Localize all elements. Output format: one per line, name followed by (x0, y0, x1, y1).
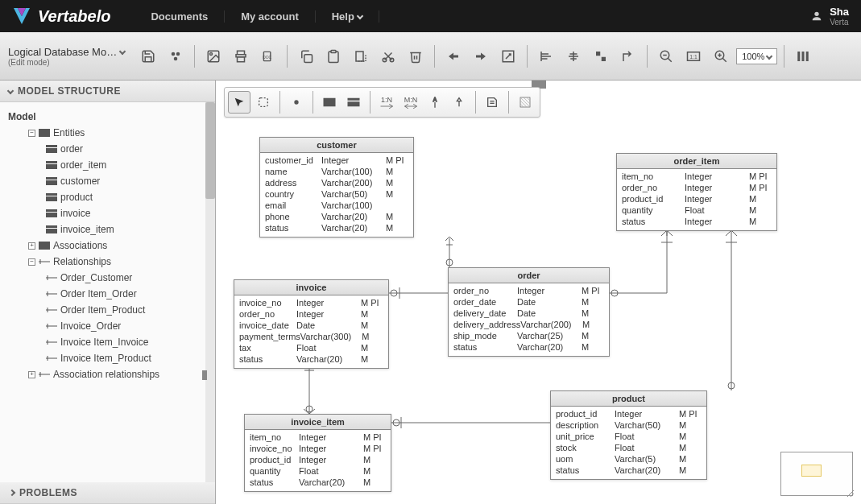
main-toolbar: Logical Database Mo… (Edit mode) DOC 1:1… (0, 32, 861, 81)
area-tool[interactable] (514, 91, 536, 114)
entity-tool[interactable] (318, 91, 341, 114)
tree-root[interactable]: Model (4, 109, 211, 125)
inheritance-up-tool[interactable] (448, 91, 470, 114)
entity-column-row: statusVarchar(20)M (250, 477, 386, 488)
tree-entity-item[interactable]: product (36, 189, 211, 205)
entity-column-row: emailVarchar(100) (265, 200, 408, 211)
nav-help[interactable]: Help (316, 10, 379, 23)
edit-toggle-button[interactable] (496, 44, 520, 68)
resize-handle-icon[interactable] (846, 489, 854, 497)
entity-order[interactable]: order order_noIntegerM PIorder_dateDateM… (448, 267, 610, 357)
svg-rect-48 (46, 177, 57, 180)
entity-header: product (551, 391, 706, 407)
svg-rect-54 (46, 225, 57, 228)
svg-line-120 (847, 490, 854, 497)
svg-rect-46 (46, 161, 57, 163)
zoom-select[interactable]: 100% (736, 48, 777, 64)
entity-product[interactable]: product product_idIntegerM PIdescription… (550, 390, 707, 480)
redo-button[interactable] (469, 44, 493, 68)
entity-column-row: ship_modeVarchar(25)M (453, 330, 604, 341)
cut-button[interactable] (376, 44, 400, 68)
align-center-button[interactable] (561, 44, 586, 68)
doc-title[interactable]: Logical Database Mo… (Edit mode) (8, 46, 133, 67)
entity-column-row: item_noIntegerM PI (250, 432, 386, 443)
zoom-in-button[interactable] (709, 44, 733, 68)
canvas[interactable]: 1:N M:N A (216, 81, 861, 504)
svg-line-121 (851, 494, 854, 497)
delete-button[interactable] (404, 44, 428, 68)
svg-line-96 (449, 237, 453, 241)
entity-icon (46, 193, 57, 201)
inheritance-tool[interactable]: A (424, 91, 446, 114)
doc-export-button[interactable]: DOC (256, 44, 280, 68)
panel-toggle-button[interactable] (791, 44, 815, 68)
save-button[interactable] (136, 44, 160, 68)
tree-relationship-item[interactable]: Invoice Item_Product (36, 350, 211, 366)
tree-entity-item[interactable]: customer (36, 173, 211, 189)
copy-button[interactable] (294, 44, 318, 68)
select-tool[interactable] (228, 91, 250, 114)
entity-column-row: quantityFloatM (622, 204, 772, 216)
svg-rect-51 (46, 196, 57, 201)
entity-header: order_item (617, 154, 776, 169)
pan-tool[interactable] (285, 91, 308, 114)
nav-account[interactable]: My account (225, 10, 316, 23)
zoom-out-button[interactable] (654, 44, 678, 68)
entity-column-row: descriptionVarchar(50)M (556, 419, 702, 431)
one-to-n-tool[interactable]: 1:N (375, 91, 398, 114)
minimap[interactable] (780, 452, 853, 496)
svg-line-79 (389, 106, 393, 109)
paste-button[interactable] (321, 44, 346, 68)
svg-point-3 (172, 52, 176, 56)
tree-association-relationships[interactable]: + Association relationships (19, 366, 211, 382)
entity-order-item[interactable]: order_item item_noIntegerM PIorder_noInt… (616, 153, 777, 231)
share-button[interactable] (164, 44, 188, 68)
undo-button[interactable] (441, 44, 466, 68)
entity-invoice-item[interactable]: invoice_item item_noIntegerM PIinvoice_n… (244, 414, 391, 492)
entity-invoice[interactable]: invoice invoice_noIntegerM PIorder_noInt… (234, 279, 389, 369)
tree-entity-item[interactable]: invoice_item (36, 221, 211, 238)
entity-icon (46, 145, 57, 153)
nav-documents[interactable]: Documents (135, 10, 225, 23)
svg-rect-12 (331, 50, 336, 52)
tree-relationship-item[interactable]: Order Item_Product (36, 302, 211, 318)
entity-column-row: stockFloatM (556, 442, 702, 453)
assoc-entity-tool[interactable] (342, 91, 365, 114)
svg-line-82 (405, 106, 409, 109)
note-tool[interactable] (481, 91, 503, 114)
tree-relationship-item[interactable]: Invoice_Order (36, 318, 211, 334)
relationship-icon (46, 274, 57, 282)
marquee-tool[interactable] (252, 91, 275, 114)
svg-line-84 (413, 106, 417, 109)
user-info[interactable]: Sha Verta (810, 6, 849, 27)
entity-column-row: statusVarchar(20)M (239, 353, 383, 365)
zoom-reset-button[interactable]: 1:1 (681, 44, 706, 68)
model-structure-header[interactable]: MODEL STRUCTURE (0, 81, 215, 102)
arrange-button[interactable] (589, 44, 613, 68)
svg-point-4 (176, 52, 180, 56)
svg-line-32 (668, 58, 672, 62)
tree-relationship-item[interactable]: Invoice Item_Invoice (36, 334, 211, 350)
duplicate-button[interactable] (349, 44, 373, 68)
problems-header[interactable]: PROBLEMS (0, 482, 215, 504)
tree-relationship-item[interactable]: Order Item_Order (36, 286, 211, 302)
svg-point-2 (814, 12, 818, 16)
align-left-button[interactable] (534, 44, 558, 68)
tree-relationships[interactable]: − Relationships (19, 254, 211, 270)
tree-entity-item[interactable]: order (36, 141, 211, 157)
tree-entity-item[interactable]: invoice (36, 205, 211, 221)
tree-relationship-item[interactable]: Order_Customer (36, 270, 211, 286)
m-to-n-tool[interactable]: M:N (399, 91, 422, 114)
tree-associations[interactable]: + Associations (19, 238, 211, 254)
tree-entities[interactable]: − Entities (19, 125, 211, 141)
connector-button[interactable] (616, 44, 640, 68)
entity-column-row: statusVarchar(20)M (556, 465, 702, 476)
tree-scrollbar[interactable] (205, 102, 215, 482)
print-button[interactable] (229, 44, 253, 68)
svg-text:1:1: 1:1 (689, 54, 697, 60)
image-button[interactable] (201, 44, 226, 68)
minimap-viewport[interactable] (801, 465, 822, 477)
brand-logo[interactable]: Vertabelo (12, 6, 110, 26)
entity-customer[interactable]: customer customer_idIntegerM PInameVarch… (259, 137, 414, 238)
tree-entity-item[interactable]: order_item (36, 157, 211, 173)
